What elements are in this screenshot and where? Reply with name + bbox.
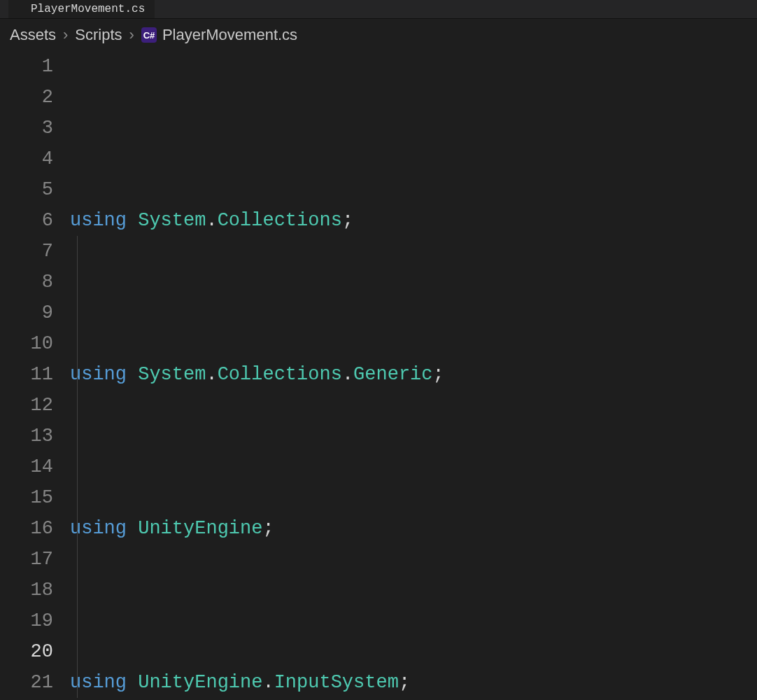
line-number[interactable]: 14	[0, 451, 53, 482]
line-number[interactable]: 19	[0, 606, 53, 636]
tab-modified-icon	[18, 6, 25, 13]
line-number[interactable]: 2	[0, 82, 53, 113]
line-number[interactable]: 10	[0, 328, 53, 359]
indent-guide	[77, 236, 78, 698]
line-number-gutter: 1 2 3 4 5 6 7 8 9 10 11 12 13 14 15 16 1…	[0, 51, 70, 700]
code-content[interactable]: using System.Collections; using System.C…	[70, 51, 757, 700]
chevron-right-icon: ›	[63, 26, 68, 44]
tab-bar: PlayerMovement.cs	[0, 0, 757, 19]
breadcrumb-segment[interactable]: Scripts	[75, 26, 122, 44]
line-number[interactable]: 7	[0, 236, 53, 267]
line-number[interactable]: 9	[0, 298, 53, 328]
breadcrumb-file[interactable]: C# PlayerMovement.cs	[141, 26, 297, 44]
code-line[interactable]: using System.Collections.Generic;	[70, 359, 757, 390]
line-number[interactable]: 17	[0, 544, 53, 575]
code-line[interactable]: using System.Collections;	[70, 205, 757, 236]
chevron-right-icon: ›	[129, 26, 134, 44]
code-editor[interactable]: 1 2 3 4 5 6 7 8 9 10 11 12 13 14 15 16 1…	[0, 51, 757, 700]
code-line[interactable]: using UnityEngine;	[70, 513, 757, 544]
line-number[interactable]: 1	[0, 51, 53, 82]
breadcrumb[interactable]: Assets › Scripts › C# PlayerMovement.cs	[0, 19, 757, 51]
line-number[interactable]: 16	[0, 513, 53, 544]
csharp-icon: C#	[141, 27, 157, 43]
tab-label: PlayerMovement.cs	[31, 3, 145, 15]
line-number[interactable]: 13	[0, 421, 53, 451]
line-number[interactable]: 3	[0, 113, 53, 144]
line-number[interactable]: 21	[0, 667, 53, 698]
line-number[interactable]: 12	[0, 390, 53, 421]
line-number[interactable]: 8	[0, 267, 53, 298]
line-number[interactable]: 11	[0, 359, 53, 390]
line-number[interactable]: 5	[0, 174, 53, 205]
line-number[interactable]: 18	[0, 575, 53, 606]
line-number[interactable]: 15	[0, 482, 53, 513]
breadcrumb-file-label: PlayerMovement.cs	[162, 26, 297, 44]
line-number[interactable]: 4	[0, 144, 53, 174]
breadcrumb-segment[interactable]: Assets	[10, 26, 56, 44]
code-line[interactable]: using UnityEngine.InputSystem;	[70, 667, 757, 698]
line-number[interactable]: 6	[0, 205, 53, 236]
line-number[interactable]: 20	[0, 636, 53, 667]
editor-tab[interactable]: PlayerMovement.cs	[8, 0, 155, 18]
